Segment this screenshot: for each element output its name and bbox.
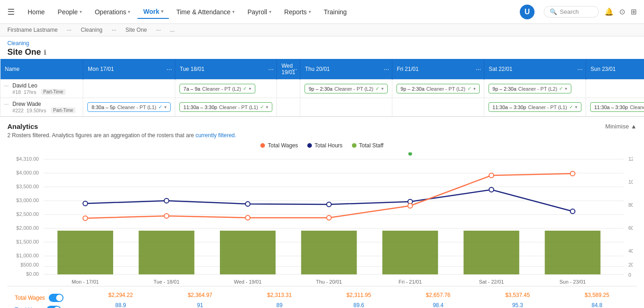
tick-icon: ✓ (260, 104, 264, 110)
svg-text:$4,000.00: $4,000.00 (16, 170, 39, 175)
shift-pill[interactable]: 11:30a – 3:30p Cleaner - PT (L1) ✓ ▾ (489, 102, 581, 112)
shift-cell-thu[interactable]: 9p – 2:30a Cleaner - PT (L2) ✓ ▾ (300, 80, 392, 98)
employee-name: David Leo (12, 82, 66, 89)
nav-home[interactable]: Home (22, 6, 50, 18)
shift-pill[interactable]: 8:30a – 5p Cleaner - PT (L1) ✓ ▾ (87, 102, 171, 112)
nav-operations[interactable]: Operations ▾ (89, 6, 136, 18)
col-thu: Thu 20/01 ··· (300, 59, 392, 80)
analytics-chart: $4,310.00 $4,000.00 $3,500.00 $3,000.00 … (11, 152, 633, 286)
bar-fri (382, 231, 438, 274)
col-menu-icon[interactable]: ··· (577, 65, 583, 73)
shift-pill[interactable]: 11:30a – 3:30p Cleaner - PT (L1) ✓ ▾ (179, 102, 272, 112)
chart-container: $4,310.00 $4,000.00 $3,500.00 $3,000.00 … (11, 152, 633, 286)
stat-value: $3,537.45 (478, 290, 558, 300)
chevron-down-icon[interactable]: ▾ (381, 86, 384, 91)
nav-training[interactable]: Training (318, 6, 352, 18)
minimise-button[interactable]: Minimise ▲ (605, 123, 637, 130)
employee-details: #18 17hrs Part-Time (12, 89, 66, 95)
nav-people[interactable]: People ▾ (52, 6, 87, 18)
site-category[interactable]: Cleaning (7, 40, 637, 46)
wages-point (164, 214, 169, 218)
legend-dot-staff (352, 143, 356, 148)
shift-role: Cleaner - PT (L1) (528, 105, 567, 110)
chevron-down-icon[interactable]: ▾ (266, 105, 268, 110)
shift-cell-sun[interactable]: 11:30a – 3:30p Cleaner - PT (L1) ✓ ▾ (586, 98, 644, 116)
stat-value: 98.4 (398, 300, 478, 308)
total-hours-label: Total Hours (15, 304, 74, 308)
shift-pill[interactable]: 9p – 2:30a Cleaner - PT (L2) ✓ ▾ (489, 84, 572, 93)
wages-point (570, 171, 575, 176)
shift-pill[interactable]: 11:30a – 3:30p Cleaner - PT (L1) ✓ ▾ (590, 102, 644, 112)
chevron-down-icon: ▾ (128, 9, 130, 14)
shift-cell-sat[interactable]: 9p – 2:30a Cleaner - PT (L2) ✓ ▾ (484, 80, 586, 98)
chevron-down-icon[interactable]: ▾ (575, 105, 577, 110)
shift-cell-mon[interactable]: 8:30a – 5p Cleaner - PT (L1) ✓ ▾ (83, 98, 175, 116)
svg-text:$4,310.00: $4,310.00 (16, 156, 39, 162)
shift-time: 9p – 2:30a (401, 86, 425, 92)
shift-time: 11:30a – 3:30p (184, 105, 217, 110)
col-menu-icon[interactable]: ··· (268, 65, 274, 73)
info-icon[interactable]: ℹ (44, 49, 46, 56)
analytics-header: Analytics Minimise ▲ (7, 122, 637, 130)
filter-link[interactable]: currently filtered. (196, 132, 236, 139)
shift-cell-sun (586, 80, 644, 98)
chevron-down-icon[interactable]: ▾ (565, 86, 567, 91)
breadcrumb-sep: ··· (112, 27, 116, 33)
col-menu-icon[interactable]: ··· (476, 65, 481, 73)
stat-value: $3,589.25 (557, 290, 637, 300)
svg-text:$0.00: $0.00 (26, 271, 39, 277)
breadcrumb-item: Firstname Lastname (7, 27, 58, 33)
breadcrumb-sep: ··· (67, 27, 71, 33)
grid-icon[interactable]: ⊞ (631, 7, 637, 16)
site-name: Site One ℹ (7, 47, 637, 57)
col-menu-icon[interactable]: ··· (167, 65, 172, 73)
shift-pill[interactable]: 9p – 2:30a Cleaner - PT (L2) ✓ ▾ (305, 84, 388, 93)
table-row: ··· David Leo #18 17hrs Part-Time (0, 80, 644, 98)
chevron-down-icon: ▾ (309, 9, 311, 14)
chevron-down-icon[interactable]: ▾ (164, 105, 167, 110)
row-menu-icon[interactable]: ··· (4, 82, 9, 89)
bar-sun (545, 231, 600, 274)
hamburger-icon[interactable]: ☰ (7, 7, 15, 17)
nav-time-attendance[interactable]: Time & Attendance ▾ (171, 6, 240, 18)
schedule-table: Name Mon 17/01 ··· Tue 18/01 ··· Wed 19/… (0, 59, 644, 116)
row-menu-icon[interactable]: ··· (4, 101, 9, 107)
nav-payroll[interactable]: Payroll ▾ (242, 6, 277, 18)
svg-text:$1,500.00: $1,500.00 (16, 239, 39, 244)
bell-icon[interactable]: 🔔 (604, 7, 614, 16)
shift-cell-tue[interactable]: 7a – 9a Cleaner - PT (L2) ✓ ▾ (175, 80, 276, 98)
col-menu-icon[interactable]: ··· (384, 65, 389, 73)
col-fri: Fri 21/01 ··· (392, 59, 484, 80)
wages-toggle[interactable] (49, 294, 63, 302)
help-icon[interactable]: ⊙ (619, 7, 625, 16)
stats-values: $2,294.22$2,364.97$2,313.31$2,311.95$2,6… (81, 290, 637, 308)
analytics-subtitle: 2 Rosters filtered. Analytics figures ar… (7, 132, 637, 139)
col-sun: Sun 23/01 ··· (586, 59, 644, 80)
shift-pill[interactable]: 7a – 9a Cleaner - PT (L2) ✓ ▾ (179, 84, 255, 93)
shift-role: Cleaner - PT (L2) (518, 86, 558, 92)
employee-badge: Part-Time (41, 89, 66, 95)
svg-text:Wed - 19/01: Wed - 19/01 (234, 279, 261, 285)
shift-pill[interactable]: 9p – 2:30a Cleaner - PT (L2) ✓ ▾ (397, 84, 480, 93)
bar-tue (138, 231, 194, 274)
nav-work[interactable]: Work ▾ (138, 5, 169, 19)
svg-text:80: 80 (628, 202, 633, 208)
chevron-down-icon[interactable]: ▾ (249, 86, 251, 91)
svg-text:20: 20 (628, 262, 633, 267)
stat-value: $2,657.76 (398, 290, 478, 300)
chevron-down-icon[interactable]: ▾ (473, 86, 476, 91)
nav-reports[interactable]: Reports ▾ (279, 6, 316, 18)
hours-point (570, 209, 575, 214)
shift-cell-sat[interactable]: 11:30a – 3:30p Cleaner - PT (L1) ✓ ▾ (484, 98, 586, 116)
main-content: Firstname Lastname ··· Cleaning ··· Site… (0, 24, 644, 308)
svg-text:$1,000.00: $1,000.00 (16, 253, 39, 258)
search-icon: 🔍 (550, 8, 557, 15)
search-placeholder: Search (560, 8, 579, 15)
hours-point (246, 202, 250, 206)
search-box[interactable]: 🔍 Search (544, 6, 599, 17)
shift-cell-tue[interactable]: 11:30a – 3:30p Cleaner - PT (L1) ✓ ▾ (175, 98, 276, 116)
hours-toggle[interactable] (46, 306, 61, 308)
stat-value: 95.3 (478, 300, 558, 308)
shift-cell-fri[interactable]: 9p – 2:30a Cleaner - PT (L2) ✓ ▾ (392, 80, 484, 98)
col-menu-icon[interactable]: ··· (292, 65, 297, 73)
